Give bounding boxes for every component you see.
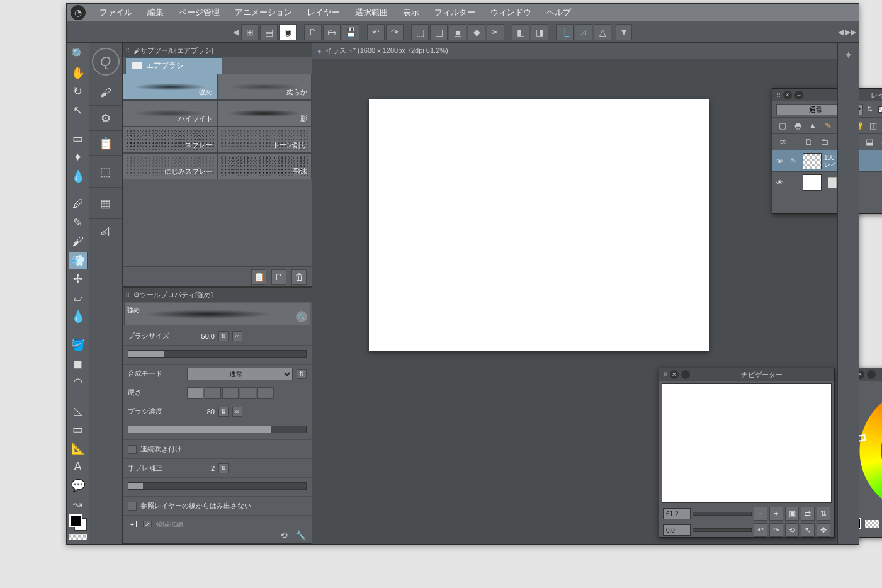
opt-curve-icon[interactable]: ⦯ — [89, 219, 122, 244]
layer-edit-icon[interactable]: ✎ — [786, 157, 800, 165]
cb-clear-icon[interactable]: ◫ — [430, 24, 448, 40]
continuous-checkbox[interactable] — [128, 445, 137, 454]
menu-page[interactable]: ページ管理 — [171, 7, 227, 18]
dynamics-icon[interactable]: ∞ — [232, 407, 242, 417]
menu-window[interactable]: ウィンドウ — [483, 7, 539, 18]
tool-balloon-icon[interactable]: 💬 — [69, 477, 88, 494]
toolprop-tabbar[interactable]: ⠿ ⚙ ツールプロパティ[強め] — [123, 288, 312, 302]
brushsize-slider[interactable] — [128, 350, 307, 358]
cb-erase-icon[interactable]: ⬚ — [411, 24, 429, 40]
wrench-icon[interactable]: 🔧 — [294, 529, 307, 541]
subtool-item-splash[interactable]: 飛沫 — [217, 153, 312, 179]
transparent-swatch-icon[interactable] — [69, 534, 87, 540]
close-icon[interactable]: ✕ — [670, 370, 679, 379]
layer-clip-icon[interactable]: ◫ — [867, 120, 879, 132]
reset-icon[interactable]: ⟲ — [278, 529, 290, 541]
spinner-icon[interactable]: ⇅ — [218, 463, 229, 473]
cb-new-icon[interactable]: 🗋 — [304, 24, 322, 40]
menu-layer[interactable]: レイヤー — [300, 7, 348, 18]
cb-crop-icon[interactable]: ✂ — [487, 24, 504, 40]
minimize-icon[interactable]: – — [681, 370, 690, 379]
nav-target-icon[interactable]: ✥ — [817, 523, 830, 537]
layer-mask2-icon[interactable]: ◑ — [878, 136, 882, 149]
opt-gear-icon[interactable]: ⚙ — [89, 106, 122, 131]
nav-pointer-icon[interactable]: ↖ — [801, 523, 815, 537]
flip-icon[interactable]: ⇄ — [801, 507, 815, 521]
doc-tab[interactable]: イラスト* (1600 x 1200px 72dpi 61.2%) — [325, 46, 448, 55]
menu-selection[interactable]: 選択範囲 — [348, 7, 395, 18]
rotate-field[interactable]: 0.0 — [663, 524, 691, 536]
subtool-item-highlight[interactable]: ハイライト — [123, 100, 217, 127]
tool-pencil-icon[interactable]: ✎ — [69, 214, 88, 232]
layer-mergedown-icon[interactable]: ⬓ — [863, 136, 876, 149]
layer-bounds-icon[interactable]: ▢ — [776, 120, 789, 132]
cb-scroll-left2-icon[interactable]: ◀ — [838, 28, 844, 37]
grip-icon[interactable]: ⠿ — [125, 291, 130, 298]
density-value[interactable]: 80 — [187, 408, 215, 416]
hardness-selector[interactable] — [187, 387, 274, 399]
tool-contour-icon[interactable]: ◠ — [69, 373, 88, 391]
tool-hand-icon[interactable]: ✋ — [69, 64, 88, 82]
layer-ref-icon[interactable]: ▲ — [806, 120, 819, 132]
navigator-preview[interactable] — [662, 383, 832, 503]
cb-snap2-icon[interactable]: ⊿ — [575, 24, 592, 40]
subtool-item-blurspray[interactable]: にじみスプレー — [123, 153, 217, 179]
cb-tone1-icon[interactable]: ◧ — [512, 24, 529, 40]
spinner-icon[interactable]: ⇅ — [867, 105, 874, 113]
opt-frames-icon[interactable]: ▦ — [89, 188, 122, 219]
brush-detail-icon[interactable]: 🔧 — [296, 311, 307, 322]
opt-selection-icon[interactable]: ⬚ — [89, 156, 122, 188]
tool-deco-icon[interactable]: ✢ — [69, 271, 88, 288]
grip-icon[interactable]: ⠿ — [125, 47, 130, 54]
stabilize-value[interactable]: 2 — [187, 465, 215, 472]
subtool-add-icon[interactable]: 📋 — [251, 269, 266, 285]
fit-icon[interactable]: ▣ — [785, 507, 799, 521]
layer-mask-icon[interactable]: ◓ — [791, 120, 804, 132]
layer-showall-icon[interactable]: ≋ — [776, 136, 789, 149]
subtool-item-shadow[interactable]: 影 — [217, 100, 312, 127]
cb-spiral-icon[interactable]: ◉ — [279, 24, 297, 40]
density-slider[interactable] — [128, 426, 307, 433]
subtool-item-spray[interactable]: スプレー — [123, 127, 217, 153]
tool-move-icon[interactable]: ↖ — [69, 101, 88, 119]
tool-wand-icon[interactable]: ✦ — [69, 149, 88, 166]
tool-pen-icon[interactable]: 🖊 — [69, 195, 88, 213]
tool-airbrush-icon[interactable]: 💨 — [69, 252, 88, 269]
menu-help[interactable]: ヘルプ — [539, 7, 579, 18]
subtool-dup-icon[interactable]: 🗋 — [271, 269, 286, 285]
tool-figure-icon[interactable]: ◺ — [69, 402, 88, 419]
grip-icon[interactable]: ⠿ — [663, 371, 667, 378]
zoomin-icon[interactable]: + — [769, 507, 783, 521]
zoom-field[interactable]: 61.2 — [663, 508, 691, 519]
layer-newfolder-icon[interactable]: 🗀 — [818, 136, 830, 149]
rotate-reset-icon[interactable]: ⟲ — [785, 523, 799, 537]
cb-tone2-icon[interactable]: ◨ — [531, 24, 548, 40]
tool-eraser-icon[interactable]: ▱ — [69, 289, 88, 307]
tool-dropper-icon[interactable]: 💧 — [69, 167, 88, 185]
transparent-icon[interactable] — [865, 520, 879, 528]
subtool-item-soft[interactable]: 柔らか — [217, 74, 312, 100]
stabilize-slider[interactable] — [128, 482, 307, 490]
minimize-icon[interactable]: – — [867, 370, 876, 379]
subtool-item-strong[interactable]: 強め — [123, 74, 217, 100]
menu-animation[interactable]: アニメーション — [227, 7, 300, 18]
brushsize-value[interactable]: 50.0 — [187, 332, 215, 340]
zoom-slider[interactable] — [693, 512, 752, 516]
rotate-ccw-icon[interactable]: ↶ — [754, 523, 767, 537]
app-logo-icon[interactable]: ◔ — [71, 5, 86, 20]
subtool-tabbar[interactable]: ⠿ 🖌 サブツール[エアブラシ] — [123, 43, 312, 57]
flipv-icon[interactable]: ⇅ — [817, 507, 830, 521]
menu-view[interactable]: 表示 — [395, 7, 427, 18]
layer-row[interactable]: 👁 ✎ 100 % 通常 レイヤー 1 ≡ — [772, 150, 882, 172]
tool-fill-icon[interactable]: 🪣 — [69, 336, 88, 354]
quickaccess-icon[interactable]: Q — [92, 48, 120, 76]
cb-scroll-right-icon[interactable]: ▶▶ — [845, 28, 856, 37]
tool-linecorrect-icon[interactable]: ↝ — [69, 495, 88, 513]
subtool-item-tone[interactable]: トーン削り — [217, 127, 312, 153]
minimize-icon[interactable]: – — [794, 91, 803, 99]
cb-snap3-icon[interactable]: △ — [594, 24, 611, 40]
refline-checkbox[interactable] — [128, 502, 137, 511]
menu-file[interactable]: ファイル — [92, 7, 140, 18]
cb-undo-icon[interactable]: ↶ — [367, 24, 385, 40]
dynamics-icon[interactable]: ∞ — [232, 331, 242, 341]
